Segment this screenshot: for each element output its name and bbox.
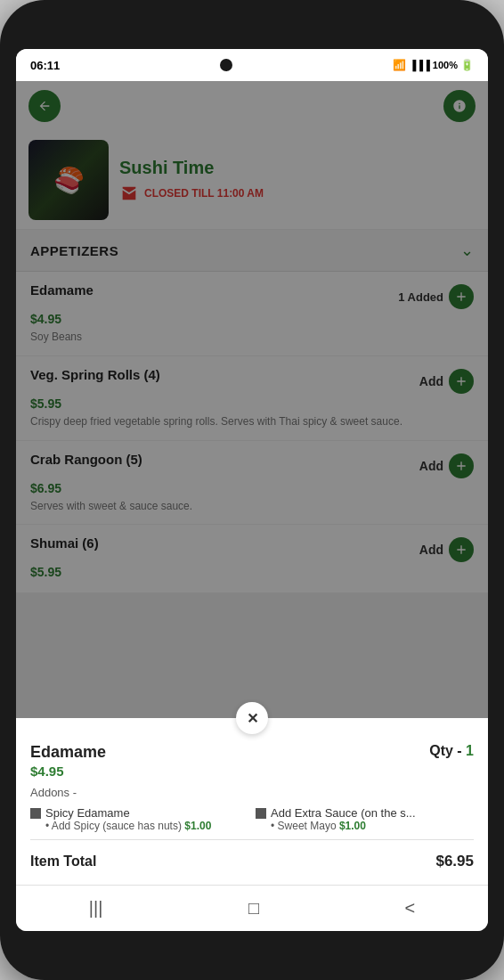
sheet-qty: Qty - 1 <box>429 743 474 759</box>
sheet-item-row: Edamame Qty - 1 <box>30 743 474 762</box>
close-button[interactable]: ✕ <box>236 702 268 734</box>
recent-apps-button[interactable]: ||| <box>71 891 121 926</box>
sheet-divider <box>30 839 474 840</box>
home-button[interactable]: □ <box>231 891 277 926</box>
addon-info-spicy-edamame: Spicy Edamame • Add Spicy (sauce has nut… <box>45 806 248 832</box>
addon-price-extra-sauce: $1.00 <box>339 820 366 832</box>
sheet-price: $4.95 <box>30 764 474 779</box>
addon-checkbox-spicy-edamame[interactable] <box>30 808 41 819</box>
sheet-content: Edamame Qty - 1 $4.95 Addons - <box>16 734 488 876</box>
addon-name-spicy-edamame: Spicy Edamame <box>45 806 248 820</box>
addon-sub-spicy-edamame: • Add Spicy (sauce has nuts) $1.00 <box>45 820 248 832</box>
addon-sub-extra-sauce: • Sweet Mayo $1.00 <box>271 820 474 832</box>
battery-indicator: 100% <box>433 60 458 70</box>
addon-checkbox-extra-sauce[interactable] <box>256 808 266 819</box>
addon-price-spicy-edamame: $1.00 <box>184 820 211 832</box>
back-nav-button[interactable]: < <box>387 891 434 926</box>
bottom-sheet: ✕ Edamame Qty - 1 $4.95 Addons - <box>16 718 488 885</box>
phone-frame: 06:11 📶 ▐▐▐ 100% 🔋 <box>0 0 504 980</box>
item-total-row: Item Total $6.95 <box>30 847 474 876</box>
sheet-qty-value: 1 <box>466 743 474 758</box>
bottom-nav: ||| □ < <box>16 885 488 931</box>
item-total-amount: $6.95 <box>435 853 474 870</box>
sheet-qty-label: Qty - <box>429 743 461 758</box>
close-btn-container: ✕ <box>16 702 488 734</box>
wifi-icon: 📶 <box>393 59 406 71</box>
addon-info-extra-sauce: Add Extra Sauce (on the s... • Sweet May… <box>271 806 474 832</box>
status-icons: 📶 ▐▐▐ 100% 🔋 <box>393 59 474 71</box>
addons-grid: Spicy Edamame • Add Spicy (sauce has nut… <box>30 806 474 832</box>
phone-screen: 06:11 📶 ▐▐▐ 100% 🔋 <box>16 49 488 931</box>
addon-item-extra-sauce: Add Extra Sauce (on the s... • Sweet May… <box>256 806 474 832</box>
item-total-label: Item Total <box>30 853 96 870</box>
app-content: 🍣 Sushi Time CLOSED TILL 11:00 AM AP <box>16 81 488 885</box>
signal-icon: ▐▐▐ <box>409 60 429 70</box>
status-time: 06:11 <box>30 59 60 72</box>
addon-name-extra-sauce: Add Extra Sauce (on the s... <box>271 806 474 820</box>
sheet-item-name: Edamame <box>30 743 106 762</box>
addons-label: Addons - <box>30 786 474 799</box>
status-bar: 06:11 📶 ▐▐▐ 100% 🔋 <box>16 49 488 81</box>
camera-notch <box>220 59 232 71</box>
addon-item-spicy-edamame: Spicy Edamame • Add Spicy (sauce has nut… <box>30 806 248 832</box>
battery-icon: 🔋 <box>460 59 474 71</box>
